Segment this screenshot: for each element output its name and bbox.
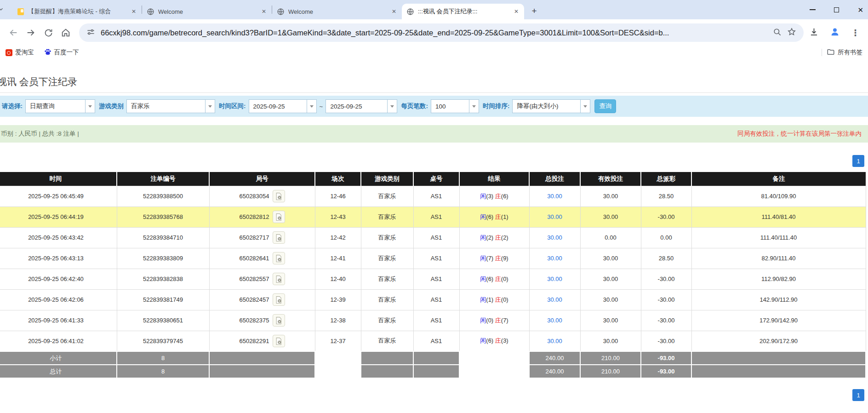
all-bookmarks[interactable]: 所有书签 (822, 48, 862, 57)
video-record-icon[interactable] (273, 335, 285, 347)
chevron-down-icon[interactable] (469, 100, 479, 113)
filter-bar: 请选择: 日期查询 游戏类别 百家乐 时间区间: 2025-09-25 ~ 20… (0, 96, 868, 117)
forward-icon[interactable] (22, 24, 40, 41)
profile-icon[interactable] (830, 27, 840, 39)
total-bet-link[interactable]: 30.00 (547, 234, 562, 241)
video-record-icon[interactable] (273, 231, 285, 244)
page-size-value[interactable]: 100 (431, 100, 469, 113)
summary-total-bet: 240.00 (529, 365, 580, 378)
browser-toolbar: 66cxkj98.com/game/betrecord_search/kind3… (0, 19, 868, 46)
bet-record-row[interactable]: 2025-09-25 06:41:33522839380651650282375… (0, 310, 866, 331)
globe-icon (277, 8, 285, 16)
tab-close-icon[interactable]: ✕ (260, 7, 268, 16)
tab-search-chevron-icon[interactable] (0, 6, 4, 14)
page-number-button[interactable]: 1 (852, 389, 864, 401)
video-record-icon[interactable] (273, 252, 285, 264)
home-icon[interactable] (57, 24, 74, 41)
query-type-select[interactable]: 日期查询 (25, 99, 95, 113)
bookmarks-divider (822, 49, 822, 56)
total-bet-link[interactable]: 30.00 (547, 317, 562, 324)
game-type-select[interactable]: 百家乐 (126, 99, 215, 113)
video-record-icon[interactable] (273, 211, 285, 223)
zoom-icon[interactable] (773, 28, 782, 38)
query-type-value[interactable]: 日期查询 (26, 100, 85, 113)
browser-tab[interactable]: Welcome✕ (142, 4, 272, 19)
bookmark-item[interactable]: 百度一下 (44, 48, 79, 57)
summary-row: 小计8240.00210.00-93.00 (0, 351, 866, 365)
download-icon[interactable] (809, 27, 819, 39)
page-number-button[interactable]: 1 (852, 155, 864, 167)
date-range-tilde: ~ (320, 103, 323, 110)
tab-close-icon[interactable]: ✕ (512, 7, 520, 16)
total-bet-link[interactable]: 30.00 (547, 193, 562, 200)
toolbar-actions: ⋮ (809, 27, 863, 39)
search-button[interactable]: 查询 (594, 99, 616, 113)
new-tab-button[interactable]: + (528, 5, 541, 18)
total-bet-link[interactable]: 30.00 (547, 213, 562, 220)
chevron-down-icon[interactable] (307, 100, 316, 113)
cell-bet-id: 522839388500 (117, 186, 209, 206)
player-count: (6) (486, 275, 495, 282)
cell-table-id: AS1 (413, 331, 459, 351)
bet-record-row[interactable]: 2025-09-25 06:43:42522839384710650282717… (0, 227, 866, 248)
date-start-select[interactable]: 2025-09-25 (249, 99, 317, 113)
chevron-down-icon[interactable] (580, 100, 590, 113)
browser-tab[interactable]: 【新提醒】海燕策略论坛 - 综合✕ (12, 4, 142, 19)
globe-icon (406, 8, 414, 16)
summary-empty (315, 365, 361, 378)
chevron-down-icon[interactable] (205, 100, 215, 113)
bookmark-item[interactable]: 爱淘宝 (6, 48, 34, 57)
date-end-select[interactable]: 2025-09-25 (326, 99, 397, 113)
total-bet-link[interactable]: 30.00 (547, 338, 562, 344)
bet-record-row[interactable]: 2025-09-25 06:43:13522839383809650282641… (0, 248, 866, 269)
tune-icon[interactable] (86, 28, 95, 38)
player-count: (6) (486, 337, 495, 344)
bet-record-row[interactable]: 2025-09-25 06:45:49522839388500650283054… (0, 186, 866, 206)
bet-record-row[interactable]: 2025-09-25 06:44:19522839385768650282812… (0, 206, 866, 227)
video-record-icon[interactable] (273, 190, 285, 202)
player-result: 闲 (480, 193, 486, 200)
chevron-down-icon[interactable] (85, 100, 95, 113)
sort-value[interactable]: 降幂(由大到小) (513, 100, 580, 113)
sort-select[interactable]: 降幂(由大到小) (512, 99, 590, 113)
minimize-icon[interactable] (810, 9, 816, 10)
menu-icon[interactable]: ⋮ (851, 28, 860, 38)
game-type-value[interactable]: 百家乐 (127, 100, 205, 113)
cell-round-id: 650283054 (209, 186, 315, 206)
video-record-icon[interactable] (273, 273, 285, 285)
summary-valid-bet: 210.00 (580, 351, 641, 365)
cell-result: 闲(6) 庄(0) (459, 269, 529, 289)
url-text[interactable]: 66cxkj98.com/game/betrecord_search/kind3… (101, 29, 767, 37)
tab-title: Welcome (288, 8, 386, 15)
tab-close-icon[interactable]: ✕ (130, 7, 138, 16)
browser-tab[interactable]: Welcome✕ (272, 4, 402, 19)
chevron-down-icon[interactable] (387, 100, 397, 113)
page-size-label: 每页笔数: (401, 102, 428, 110)
banker-result: 庄 (495, 337, 501, 344)
address-bar[interactable]: 66cxkj98.com/game/betrecord_search/kind3… (79, 23, 804, 42)
bet-record-row[interactable]: 2025-09-25 06:42:40522839382838650282557… (0, 269, 866, 289)
cell-result: 闲(7) 庄(9) (459, 248, 529, 269)
maximize-icon[interactable] (834, 7, 839, 12)
page-size-select[interactable]: 100 (431, 99, 479, 113)
back-icon[interactable] (5, 24, 22, 41)
browser-tab[interactable]: :::视讯 会员下注纪录:::✕ (402, 4, 524, 19)
round-id-text: 650282291 (239, 338, 269, 344)
tab-title: 【新提醒】海燕策略论坛 - 综合 (28, 7, 126, 16)
summary-empty (315, 351, 361, 365)
bookmark-star-icon[interactable] (787, 27, 796, 38)
total-bet-link[interactable]: 30.00 (547, 275, 562, 282)
bet-record-row[interactable]: 2025-09-25 06:41:02522839379745650282291… (0, 331, 866, 351)
bet-record-row[interactable]: 2025-09-25 06:42:06522839381749650282457… (0, 289, 866, 310)
date-end-value[interactable]: 2025-09-25 (326, 100, 387, 113)
total-bet-link[interactable]: 30.00 (547, 296, 562, 303)
close-icon[interactable]: ✕ (857, 6, 863, 13)
video-record-icon[interactable] (273, 293, 285, 306)
video-record-icon[interactable] (273, 314, 285, 327)
cell-round-id: 650282641 (209, 248, 315, 269)
date-start-value[interactable]: 2025-09-25 (249, 100, 307, 113)
total-bet-link[interactable]: 30.00 (547, 255, 562, 262)
reload-icon[interactable] (40, 24, 57, 41)
tab-close-icon[interactable]: ✕ (390, 7, 398, 16)
column-header: 总投注 (529, 172, 580, 186)
